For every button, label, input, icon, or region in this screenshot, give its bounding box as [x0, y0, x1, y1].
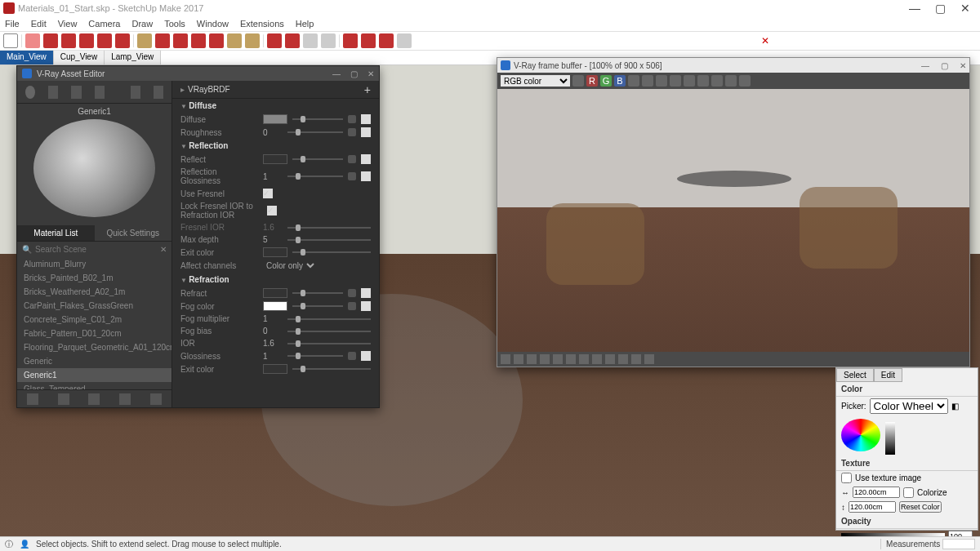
r-channel-button[interactable]: R [586, 75, 598, 87]
tray-tab-select[interactable]: Select [836, 368, 874, 382]
info-icon[interactable] [725, 75, 737, 87]
list-item[interactable]: Bricks_Painted_B02_1m [17, 271, 172, 285]
affect-channels-select[interactable]: Color only [263, 260, 317, 271]
tab-cup-view[interactable]: Cup_View [54, 51, 105, 64]
asset-editor-titlebar[interactable]: V-Ray Asset Editor — ▢ ✕ [17, 66, 379, 81]
menu-window[interactable]: Window [197, 19, 229, 29]
texture-slot-icon[interactable] [348, 302, 356, 310]
fb-tool-icon[interactable] [501, 354, 510, 364]
circle-icon[interactable] [97, 33, 112, 48]
fb-tool-icon[interactable] [553, 354, 563, 364]
fb-tool-icon[interactable] [514, 354, 523, 364]
clear-search-icon[interactable]: ✕ [160, 245, 167, 254]
fb-tool-icon[interactable] [527, 354, 537, 364]
ae-minimize-button[interactable]: — [332, 69, 341, 78]
texture-slot-icon[interactable] [348, 115, 356, 123]
materials-tab-icon[interactable] [25, 86, 35, 99]
rotate-icon[interactable] [173, 33, 188, 48]
fb-tool-icon[interactable] [579, 354, 589, 364]
list-item[interactable]: Glass_Tempered [17, 382, 172, 389]
menu-help[interactable]: Help [296, 19, 314, 29]
use-fresnel-checkbox[interactable]: ✓ [263, 189, 273, 198]
tab-main-view[interactable]: Main_View [0, 51, 54, 64]
eyedropper-icon[interactable]: ◧ [951, 402, 959, 411]
pushpull-icon[interactable] [137, 33, 152, 48]
exit-color2-slider[interactable] [292, 368, 371, 370]
ior-value[interactable]: 1.6 [263, 339, 283, 348]
menu-file[interactable]: File [5, 19, 20, 29]
framebuffer-titlebar[interactable]: V-Ray frame buffer - [100% of 900 x 506]… [497, 58, 969, 73]
exit-color-slider[interactable] [292, 251, 371, 253]
texture-slot-icon[interactable] [348, 289, 356, 297]
user-icon[interactable]: 👤 [20, 540, 29, 549]
glossiness-value[interactable]: 1 [263, 352, 283, 361]
compare-icon[interactable] [642, 75, 653, 87]
exit-color-swatch[interactable] [263, 247, 287, 257]
reflect-swatch[interactable] [263, 154, 287, 164]
fog-bias-slider[interactable] [287, 331, 371, 332]
search-input[interactable] [35, 245, 160, 254]
material-preview[interactable] [33, 119, 155, 217]
list-item[interactable]: Bricks_Weathered_A02_1m [17, 285, 172, 299]
eraser-icon[interactable] [25, 33, 40, 48]
reflect-toggle[interactable] [361, 154, 371, 164]
b-channel-button[interactable]: B [614, 75, 626, 87]
orbit-icon[interactable] [267, 33, 282, 48]
refl-gloss-slider[interactable] [287, 176, 343, 177]
menu-extensions[interactable]: Extensions [240, 19, 284, 29]
color-wheel[interactable] [841, 419, 880, 451]
refract-toggle[interactable] [361, 288, 371, 298]
fog-color-slider[interactable] [292, 305, 343, 307]
list-item[interactable]: CarPaint_Flakes_GrassGreen [17, 299, 172, 313]
close-button[interactable]: ✕ [960, 2, 970, 15]
fb-tool-icon[interactable] [566, 354, 576, 364]
fb-tool-icon[interactable] [592, 354, 602, 364]
history-icon[interactable] [656, 75, 667, 87]
refract-swatch[interactable] [263, 288, 287, 298]
save-material-icon[interactable] [88, 393, 100, 405]
texture-slot-icon[interactable] [348, 352, 356, 360]
exit-color2-swatch[interactable] [263, 364, 287, 374]
stop-icon[interactable] [739, 75, 751, 87]
fb-tool-icon[interactable] [618, 354, 628, 364]
paint-icon[interactable] [245, 33, 260, 48]
clamp-icon[interactable] [711, 75, 723, 87]
reset-color-button[interactable]: Reset Color [899, 501, 942, 513]
tape-icon[interactable] [227, 33, 242, 48]
lights-tab-icon[interactable] [48, 86, 58, 99]
render-icon[interactable] [131, 86, 140, 99]
ae-close-button[interactable]: ✕ [368, 69, 374, 78]
region-icon[interactable] [684, 75, 695, 87]
reflect-slider[interactable] [292, 158, 343, 160]
tex-width-input[interactable] [853, 487, 900, 498]
tab-lamp-view[interactable]: Lamp_View [105, 51, 161, 64]
fog-toggle[interactable] [361, 301, 371, 311]
texture-slot-icon[interactable] [348, 128, 356, 136]
list-item[interactable]: Flooring_Parquet_Geometric_A01_120cm [17, 340, 172, 354]
texture-slot-icon[interactable] [348, 172, 356, 180]
pan-icon[interactable] [285, 33, 300, 48]
render-output[interactable] [497, 89, 969, 352]
tab-quick-settings[interactable]: Quick Settings [95, 225, 172, 241]
tab-material-list[interactable]: Material List [17, 225, 95, 241]
list-item[interactable]: Fabric_Pattern_D01_20cm [17, 327, 172, 340]
arc-icon[interactable] [61, 33, 76, 48]
list-item[interactable]: Aluminum_Blurry [17, 257, 172, 271]
glossiness-slider[interactable] [287, 355, 343, 357]
roughness-slider[interactable] [287, 131, 343, 133]
glossiness-toggle[interactable] [361, 351, 371, 361]
select-tool-icon[interactable] [3, 33, 18, 48]
value-slider[interactable] [885, 422, 895, 455]
use-texture-checkbox[interactable] [841, 473, 852, 483]
diffuse-toggle[interactable] [361, 114, 371, 124]
g-channel-button[interactable]: G [600, 75, 612, 87]
help-icon[interactable]: ⓘ [5, 539, 13, 550]
polygon-icon[interactable] [115, 33, 130, 48]
close-toolbar-icon[interactable]: ✕ [761, 35, 769, 47]
zoomext-icon[interactable] [321, 33, 336, 48]
mono-icon[interactable] [628, 75, 639, 87]
lock-ior-checkbox[interactable]: ✓ [267, 206, 277, 216]
vray-batch-icon[interactable] [397, 33, 412, 48]
refraction-section-header[interactable]: Refraction [172, 273, 379, 287]
zoom-icon[interactable] [303, 33, 318, 48]
